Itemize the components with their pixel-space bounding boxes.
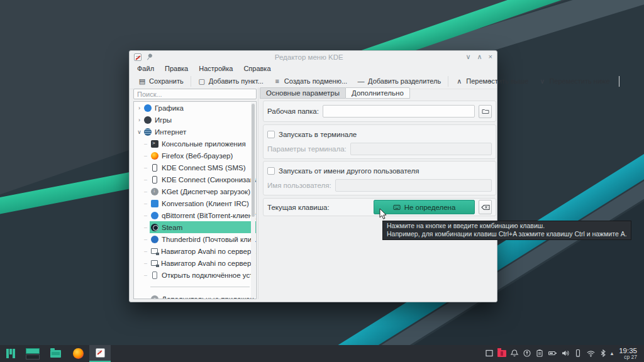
titlebar[interactable]: Редактор меню KDE ∨ ∧ × [130, 51, 497, 63]
tree-item-kdeconnect[interactable]: – KDE Connect (Синхронизаци… [134, 173, 256, 185]
tray-power-status-icon[interactable] [523, 349, 531, 358]
add-separator-icon: — [357, 77, 365, 85]
terminal-checkbox[interactable] [267, 131, 275, 138]
virtual-desktop-pager[interactable] [21, 345, 44, 362]
folder-icon [482, 108, 489, 114]
tree-item-kget[interactable]: – KGet (Диспетчер загрузок) [134, 185, 256, 197]
steam-icon [151, 224, 158, 231]
tree-item-avahi-browser-2[interactable]: – Навигатор Avahi по сервера… [134, 257, 256, 269]
move-up-icon: ∧ [455, 77, 463, 85]
tray-bluetooth-icon[interactable] [599, 349, 607, 358]
tree-scrollbar[interactable] [251, 102, 255, 298]
tray-kdeconnect-device-icon[interactable] [574, 349, 582, 358]
tray-notifications-bell-icon[interactable] [510, 349, 519, 358]
app-launcher-button[interactable] [0, 345, 21, 362]
chat-icon [151, 200, 158, 207]
tab-bar: Основные параметры Дополнительно [260, 87, 410, 99]
tree-item-console-apps[interactable]: – Консольные приложения [134, 138, 256, 150]
tray-updates-red-folder-icon[interactable] [497, 350, 506, 357]
internet-icon [144, 128, 152, 136]
terminal-args-input[interactable] [350, 143, 492, 155]
tree-item-kdeconnect-sms[interactable]: – KDE Connect SMS (SMS) [134, 162, 256, 173]
maximize-button[interactable]: ∧ [477, 53, 482, 60]
tab-general[interactable]: Основные параметры [260, 87, 345, 99]
scrollbar-thumb[interactable] [252, 104, 255, 217]
tree-item-graphics[interactable]: › Графика [134, 102, 256, 114]
menu-settings[interactable]: Настройка [199, 65, 233, 72]
shortcut-tooltip: Нажмите на кнопке и введите комбинацию к… [382, 221, 631, 240]
add-separator-button[interactable]: — Добавить разделитель [352, 75, 446, 87]
save-button[interactable]: ▤ Сохранить [133, 75, 189, 87]
username-label: Имя пользователя: [267, 182, 331, 189]
firefox-launcher[interactable] [67, 345, 89, 362]
new-submenu-button[interactable]: ≡ Создать подменю... [269, 75, 352, 87]
username-input[interactable] [335, 179, 492, 192]
terminal-icon [151, 140, 158, 148]
menu-file[interactable]: Файл [137, 65, 154, 72]
collapse-arrow-icon[interactable]: ∨ [136, 129, 143, 135]
working-dir-label: Рабочая папка: [267, 107, 319, 115]
tree-item-thunderbird[interactable]: – Thunderbird (Почтовый кли… [134, 233, 256, 245]
tree-item-open-connected-device[interactable]: – Открыть подключённое уст… [134, 269, 256, 281]
misc-apps-icon [151, 295, 158, 300]
graphics-icon [144, 104, 152, 112]
tree-item-firefox[interactable]: – Firefox (Веб-браузер) [134, 150, 256, 162]
desktop-2[interactable] [26, 354, 40, 359]
tray-battery-icon[interactable] [548, 349, 557, 358]
move-down-icon: ∨ [538, 77, 546, 85]
games-icon [144, 116, 152, 124]
device-icon [152, 272, 157, 279]
working-dir-group: Рабочая папка: [263, 101, 496, 122]
tray-volume-icon[interactable] [561, 349, 570, 358]
expand-arrow-icon[interactable]: › [136, 117, 143, 123]
clear-shortcut-button[interactable] [479, 200, 492, 214]
search-input[interactable] [133, 89, 257, 99]
close-button[interactable]: × [489, 53, 492, 60]
tray-window-outline-icon[interactable] [485, 349, 494, 358]
toolbar-separator [191, 76, 191, 87]
network-icon [151, 260, 158, 266]
tree-item-internet[interactable]: ∨ Интернет [134, 126, 256, 138]
qbittorrent-icon [151, 212, 158, 219]
thunderbird-icon [151, 236, 158, 243]
kmenuedit-app-icon [134, 53, 142, 61]
run-as-user-checkbox[interactable] [267, 167, 275, 175]
menu-edit[interactable]: Правка [165, 65, 188, 72]
minimize-button[interactable]: ∨ [465, 53, 470, 60]
file-manager-launcher[interactable] [44, 345, 67, 362]
tree-item-steam-selected[interactable]: – Steam [134, 221, 256, 233]
taskbar-kmenuedit-task[interactable] [89, 345, 111, 362]
shortcut-key-button[interactable]: Не определена [374, 200, 475, 214]
toolbar-overflow-chevron-icon[interactable]: › [489, 75, 492, 86]
current-key-label: Текущая клавиша: [267, 204, 330, 211]
tab-advanced[interactable]: Дополнительно [345, 87, 410, 99]
run-as-user-checkbox-label: Запускать от имени другого пользователя [279, 167, 419, 175]
kmenuedit-app-icon [96, 348, 105, 358]
panel-splitter[interactable] [258, 87, 258, 299]
tree-item-avahi-browser-1[interactable]: – Навигатор Avahi по сервера… [134, 245, 256, 257]
menu-help[interactable]: Справка [243, 65, 270, 72]
tray-wifi-icon[interactable] [586, 349, 596, 358]
expand-arrow-icon[interactable]: › [136, 105, 143, 111]
toolbar-separator [448, 76, 448, 87]
tray-expand-arrow-icon[interactable]: ▴ [611, 350, 614, 356]
tree-item-qbittorrent[interactable]: – qBittorrent (BitTorrent-клиент) [134, 209, 256, 221]
digital-clock[interactable]: 19:35 ср 27 [617, 347, 641, 360]
add-item-button[interactable]: ▢ Добавить пункт... [193, 75, 269, 87]
tree-item-konversation[interactable]: – Konversation (Клиент IRC) [134, 197, 256, 209]
firefox-icon [151, 152, 158, 160]
tree-item-games[interactable]: › Игры [134, 114, 256, 126]
mouse-cursor [379, 208, 387, 220]
working-dir-input[interactable] [323, 105, 475, 118]
desktop-1[interactable] [26, 348, 40, 354]
toolbar-separator [619, 76, 619, 87]
browse-folder-button[interactable] [479, 105, 492, 118]
phone-icon [152, 164, 157, 172]
add-item-icon: ▢ [198, 77, 206, 85]
tray-clipboard-icon[interactable] [535, 349, 544, 358]
move-down-button[interactable]: ∨ Переместить ниже [533, 75, 614, 87]
tree-item-more-apps[interactable]: – Дополнительные приложен… [134, 293, 256, 299]
taskbar: ▴ 19:35 ср 27 [0, 345, 644, 362]
run-as-user-group: Запускать от имени другого пользователя … [263, 161, 496, 195]
move-up-button[interactable]: ∧ Переместить выше [450, 75, 533, 87]
